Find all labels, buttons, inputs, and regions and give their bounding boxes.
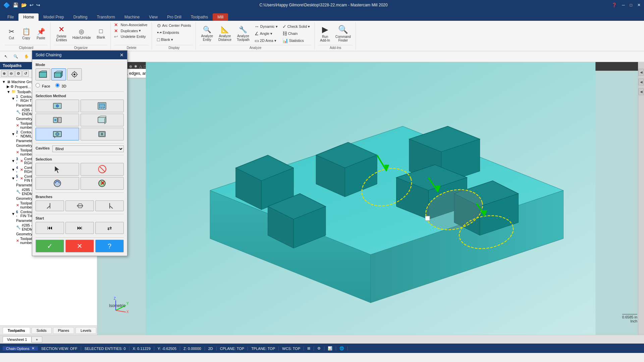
left-panel-expand-btn[interactable]: ⊕ xyxy=(1,70,7,77)
sel-method-btn-4[interactable] xyxy=(80,114,124,126)
open-icon[interactable]: 📂 xyxy=(21,2,27,8)
arc-center-button[interactable]: ⊙ Arc Center Points xyxy=(155,22,193,29)
start-reverse-btn[interactable]: ⇄ xyxy=(95,222,124,234)
non-associative-button[interactable]: Non-Associative xyxy=(119,22,149,27)
redo-icon[interactable]: ↪ xyxy=(36,2,40,8)
tab-home[interactable]: Home xyxy=(18,13,39,21)
hide-unhide-button[interactable]: ◎ Hide/Unhide xyxy=(70,27,93,41)
analyze-distance-button[interactable]: 📐 AnalyzeDistance xyxy=(216,24,233,43)
sel-method-btn-5[interactable] xyxy=(36,128,79,140)
sidebar-collapse-btn-1[interactable]: ◀ xyxy=(638,69,644,76)
analyze-label: Analyze xyxy=(199,45,312,50)
tab-drafting[interactable]: Drafting xyxy=(69,13,92,21)
sel-method-btn-2[interactable] xyxy=(80,100,124,112)
3d-radio-label[interactable]: 3D xyxy=(55,83,66,88)
tab-levels[interactable]: Levels xyxy=(75,327,96,334)
sel-method-btn-3[interactable] xyxy=(36,114,79,126)
left-panel-regen-btn[interactable]: ↺ xyxy=(22,70,29,77)
toolbar-arrow-btn[interactable]: ↖ xyxy=(2,53,10,60)
chain-options-close-icon[interactable]: ✕ xyxy=(32,346,35,351)
run-addin-button[interactable]: ▶ RunAdd-In xyxy=(318,24,332,43)
left-panel-settings-btn[interactable]: ⚙ xyxy=(15,70,22,77)
sidebar-collapse-btn-2[interactable]: ◀ xyxy=(638,78,644,85)
duplicates-button[interactable]: Duplicates ▾ xyxy=(119,28,143,34)
viewport[interactable]: AutoCursor • ⊙ ⊕ ✱ △ □ ◇ × ⊞ ↔ ⟲ ↩ ↪ Sel… xyxy=(97,62,644,335)
dynamic-button[interactable]: ↔ Dynamic ▾ xyxy=(253,23,279,30)
face-radio-label[interactable]: Face xyxy=(36,83,50,88)
settings-icon-btn[interactable]: ⚙ xyxy=(314,346,324,351)
selection-btn-1[interactable] xyxy=(36,163,79,176)
selection-btn-2[interactable]: 🚫 xyxy=(80,163,124,176)
branch-btn-1[interactable] xyxy=(36,200,64,211)
close-btn[interactable]: ✕ xyxy=(637,3,641,7)
undo-icon[interactable]: ↩ xyxy=(30,2,34,8)
chain-button[interactable]: ⛓ Chain xyxy=(281,30,312,37)
tab-toolpaths[interactable]: Toolpaths xyxy=(3,327,30,334)
cancel-button[interactable]: ✕ xyxy=(65,240,94,252)
toolbar-pan-btn[interactable]: ✋ xyxy=(22,53,31,60)
endpoints-button[interactable]: •·• Endpoints xyxy=(155,29,193,36)
analyze-entity-button[interactable]: 🔍 AnalyzeEntity xyxy=(199,24,215,43)
copy-button[interactable]: 📋 Copy xyxy=(19,26,33,41)
branch-btn-3[interactable] xyxy=(95,200,124,211)
sel-method-btn-6[interactable] xyxy=(80,128,124,140)
selection-btn-4[interactable]: ✕ xyxy=(80,177,124,190)
help-icon[interactable]: ❓ xyxy=(612,3,617,7)
tab-transform[interactable]: Transform xyxy=(92,13,120,21)
help-button[interactable]: ? xyxy=(95,240,124,252)
save-icon[interactable]: 💾 xyxy=(13,2,18,8)
angle-button[interactable]: ∠ Angle ▾ xyxy=(253,30,279,37)
viewsheet-add-btn[interactable]: + xyxy=(32,337,42,343)
expand-icon-4: ▼ xyxy=(11,168,15,172)
statistics-button[interactable]: 📊 Statistics xyxy=(281,37,312,44)
divider-5 xyxy=(36,214,124,214)
ok-button[interactable]: ✓ xyxy=(36,240,64,252)
blank-disp-button[interactable]: □ Blank ▾ xyxy=(155,36,193,43)
undelete-button[interactable]: Undelete Entity xyxy=(119,34,148,39)
start-first-btn[interactable]: ⏮ xyxy=(36,222,64,234)
tab-mill[interactable]: Mill xyxy=(213,13,228,21)
mode-settings-btn[interactable] xyxy=(67,68,82,80)
2darea-button[interactable]: ▭ 2D Area ▾ xyxy=(253,37,279,44)
tab-file[interactable]: File xyxy=(3,13,18,21)
branch-btn-2[interactable] xyxy=(65,200,94,211)
delete-entities-button[interactable]: ✕ DeleteEntities xyxy=(54,24,69,43)
mode-solid-face-btn[interactable] xyxy=(36,68,50,80)
analyze-toolpath-button[interactable]: 🔧 AnalyzeToolpath xyxy=(235,24,252,43)
maximize-btn[interactable]: □ xyxy=(630,3,632,7)
paste-button[interactable]: 📌 Paste xyxy=(34,26,48,41)
tab-machine[interactable]: Machine xyxy=(120,13,144,21)
model-viewport-svg[interactable] xyxy=(97,62,644,335)
tab-planes[interactable]: Planes xyxy=(53,327,74,334)
3d-radio-input[interactable] xyxy=(55,83,60,87)
command-finder-button[interactable]: 🔍 CommandFinder xyxy=(333,24,353,43)
tab-modelprep[interactable]: Model Prep xyxy=(39,13,68,21)
organize-buttons: ✕ DeleteEntities ◎ Hide/Unhide □ Blank xyxy=(54,22,108,45)
selection-btn-3[interactable] xyxy=(36,177,79,190)
minimize-btn[interactable]: ─ xyxy=(622,3,625,7)
sel-method-btn-1[interactable] xyxy=(36,100,79,112)
toolbar-zoom-btn[interactable]: 🔍 xyxy=(11,53,20,60)
tab-prodrill[interactable]: Pro Drill xyxy=(162,13,186,21)
viewsheet-tab-1[interactable]: Viewsheet 1 xyxy=(3,337,32,343)
left-panel-collapse-btn[interactable]: ⊖ xyxy=(8,70,14,77)
cut-button[interactable]: ✂ Cut xyxy=(5,26,18,41)
stats-icon-btn[interactable]: 📊 xyxy=(324,346,336,351)
start-next-btn[interactable]: ⏭ xyxy=(65,222,94,234)
globe-icon-btn[interactable]: 🌐 xyxy=(336,346,348,351)
tab-solids[interactable]: Solids xyxy=(32,327,52,334)
chain-options-section[interactable]: Chain Options ✕ xyxy=(3,346,38,351)
dup-icon: ✕ xyxy=(114,28,118,34)
tab-toolpaths[interactable]: Toolpaths xyxy=(186,13,213,21)
branch-left-icon xyxy=(46,202,54,210)
cavities-select[interactable]: Blind Thru Open All xyxy=(52,145,124,152)
mode-3d-btn[interactable] xyxy=(51,68,66,80)
sel-window-icon xyxy=(97,101,107,111)
chaining-close-btn[interactable]: ✕ xyxy=(120,52,124,58)
sidebar-collapse-btn-3[interactable]: ◀ xyxy=(638,88,644,95)
face-radio-input[interactable] xyxy=(36,83,40,87)
grid-icon-btn[interactable]: ⊞ xyxy=(304,346,314,351)
tab-view[interactable]: View xyxy=(144,13,162,21)
blank-button[interactable]: □ Blank xyxy=(94,27,108,40)
check-solid-button[interactable]: ✓ Check Solid ▾ xyxy=(281,23,312,30)
